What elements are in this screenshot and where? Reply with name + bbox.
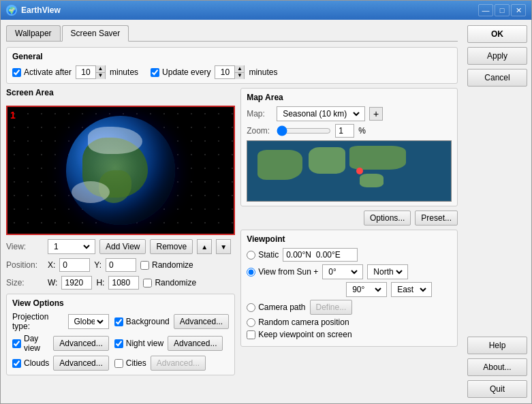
update-checkbox[interactable] (151, 68, 159, 77)
background-advanced-btn[interactable]: Advanced... (174, 314, 229, 329)
static-radio-label[interactable]: Static (247, 250, 279, 260)
projection-dropdown[interactable]: Globe Flat (68, 314, 109, 329)
update-checkbox-label[interactable]: Update every (151, 67, 210, 77)
map-dropdown[interactable]: Seasonal (10 km) (277, 106, 365, 121)
activate-checkbox[interactable] (12, 68, 21, 77)
coords-input[interactable] (283, 248, 358, 262)
day-view-advanced-btn[interactable]: Advanced... (53, 336, 108, 351)
tab-screensaver[interactable]: Screen Saver (62, 25, 129, 42)
view-dropdown[interactable]: 1 2 (48, 239, 95, 254)
background-checkbox-label[interactable]: Background (114, 317, 170, 326)
randomize-1-checkbox[interactable] (140, 261, 149, 270)
apply-button[interactable]: Apply (467, 47, 527, 65)
randomize-2-label[interactable]: Randomize (143, 278, 196, 288)
static-radio[interactable] (247, 251, 255, 260)
preset-button[interactable]: Preset... (415, 211, 458, 226)
dir1-select[interactable]: North South East West (371, 266, 405, 277)
mid-section: Screen Area 1 View: (6, 88, 458, 398)
add-view-button[interactable]: Add View (99, 239, 146, 254)
options-button[interactable]: Options... (364, 211, 411, 226)
background-checkbox[interactable] (114, 317, 123, 326)
randomize-1-label[interactable]: Randomize (140, 260, 193, 270)
cities-advanced-btn[interactable]: Advanced... (151, 356, 206, 371)
day-view-checkbox[interactable] (12, 339, 21, 348)
general-row: Activate after ▲ ▼ minutes Update every (12, 65, 452, 79)
about-button[interactable]: About... (467, 358, 527, 376)
map-select[interactable]: Seasonal (10 km) (280, 108, 362, 119)
h-input[interactable] (108, 276, 139, 290)
camera-path-radio[interactable] (247, 303, 255, 312)
w-input[interactable] (61, 276, 92, 290)
nav-up-button[interactable]: ▲ (197, 239, 212, 254)
activate-value-input[interactable] (76, 66, 95, 78)
earth-cloud-2 (72, 181, 110, 203)
screen-area-panel: Screen Area 1 View: (6, 88, 235, 398)
help-button[interactable]: Help (467, 337, 527, 354)
activate-checkbox-label[interactable]: Activate after (12, 67, 72, 77)
zoom-value-input[interactable] (335, 124, 354, 138)
h-label: H: (96, 278, 104, 288)
dir1-dropdown[interactable]: North South East West (367, 264, 408, 279)
map-plus-button[interactable]: + (369, 107, 383, 121)
random-camera-radio-label[interactable]: Random camera position (247, 317, 349, 327)
clouds-checkbox[interactable] (12, 359, 21, 368)
earth-cloud-1 (88, 127, 142, 154)
deg2-select[interactable]: 90° 0° 45° (349, 284, 384, 295)
map-label: Map: (247, 109, 272, 119)
y-input[interactable] (106, 258, 136, 272)
clouds-advanced-btn[interactable]: Advanced... (53, 356, 108, 371)
cities-checkbox[interactable] (114, 359, 123, 368)
keep-viewpoint-checkbox-label[interactable]: Keep viewpoint on screen (247, 330, 351, 339)
update-value-input[interactable] (215, 66, 234, 78)
update-unit: minutes (249, 67, 277, 77)
map-europe-africa (309, 147, 345, 174)
x-input[interactable] (59, 258, 90, 272)
night-view-checkbox-label[interactable]: Night view (114, 339, 163, 348)
view-select[interactable]: 1 2 (51, 241, 92, 252)
remove-button[interactable]: Remove (150, 239, 193, 254)
maximize-button[interactable]: □ (495, 4, 510, 16)
quit-button[interactable]: Quit (467, 380, 527, 398)
map-location-dot (356, 168, 363, 174)
activate-up-arrow[interactable]: ▲ (95, 65, 105, 73)
cancel-button[interactable]: Cancel (467, 69, 527, 87)
night-view-advanced-btn[interactable]: Advanced... (168, 336, 223, 351)
deg1-dropdown[interactable]: 0° 45° 90° (322, 264, 363, 279)
tab-wallpaper[interactable]: Wallpaper (6, 25, 61, 41)
title-bar: 🌍 EarthView — □ ✕ (1, 1, 531, 20)
deg1-select[interactable]: 0° 45° 90° (326, 266, 360, 277)
projection-select[interactable]: Globe Flat (72, 316, 106, 327)
day-view-checkbox-label[interactable]: Day view (12, 334, 49, 353)
clouds-checkbox-label[interactable]: Clouds (12, 358, 49, 368)
activate-down-arrow[interactable]: ▼ (95, 73, 105, 80)
update-arrows: ▲ ▼ (234, 65, 244, 79)
update-down-arrow[interactable]: ▼ (234, 73, 244, 80)
view-options-panel: View Options Projection type: Globe Flat (6, 294, 235, 375)
update-up-arrow[interactable]: ▲ (234, 65, 244, 73)
deg2-dropdown[interactable]: 90° 0° 45° (346, 282, 387, 297)
earth-graphic (66, 116, 175, 225)
define-button[interactable]: Define... (310, 300, 353, 315)
x-label: X: (48, 260, 55, 270)
map-area-section: Map Area Map: Seasonal (10 km) + Zoom (240, 88, 458, 206)
size-label: Size: (6, 278, 44, 288)
close-button[interactable]: ✕ (511, 4, 526, 16)
spacer-1 (467, 91, 527, 332)
zoom-slider[interactable] (277, 125, 331, 136)
night-view-checkbox[interactable] (114, 339, 123, 348)
position-row: Position: X: Y: Randomize (6, 258, 235, 272)
view-from-sun-radio[interactable] (247, 268, 255, 277)
keep-viewpoint-checkbox[interactable] (247, 330, 255, 339)
random-camera-radio[interactable] (247, 318, 255, 327)
ok-button[interactable]: OK (467, 25, 527, 43)
randomize-2-checkbox[interactable] (143, 279, 152, 288)
activate-arrows: ▲ ▼ (95, 65, 105, 79)
minimize-button[interactable]: — (478, 4, 493, 16)
dir2-dropdown[interactable]: East West North South (391, 282, 432, 297)
cities-checkbox-label[interactable]: Cities (114, 358, 146, 368)
nav-down-button[interactable]: ▼ (216, 239, 231, 254)
static-row: Static (247, 248, 452, 262)
camera-path-radio-label[interactable]: Camera path (247, 302, 305, 312)
view-from-sun-radio-label[interactable]: View from Sun + (247, 267, 318, 277)
dir2-select[interactable]: East West North South (394, 284, 428, 295)
